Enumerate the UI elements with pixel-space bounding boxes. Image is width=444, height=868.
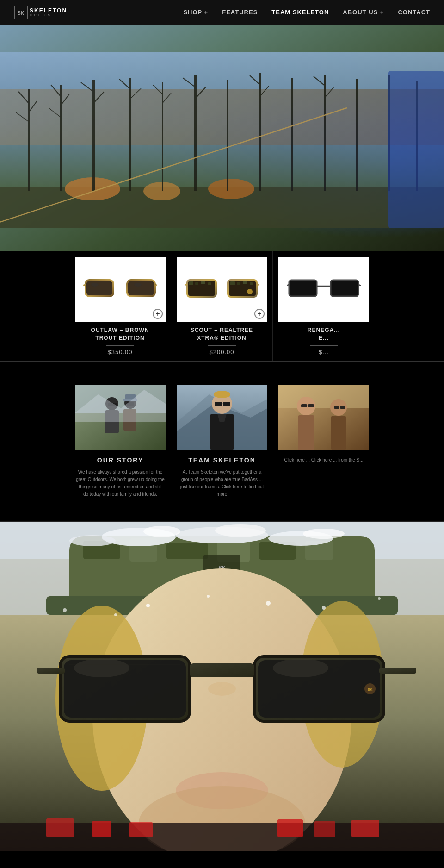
our-story-image	[75, 385, 166, 450]
svg-rect-140	[46, 818, 74, 837]
navbar: SK SKELETON OPTICS SHOP + FEATURES TEAM …	[0, 0, 444, 25]
svg-point-146	[146, 604, 150, 607]
svg-rect-100	[340, 406, 345, 409]
renegade-glasses-image	[287, 271, 361, 308]
hero-trees-svg	[0, 52, 444, 228]
svg-point-118	[143, 526, 180, 537]
svg-rect-99	[334, 406, 339, 409]
team-card-third: Click here ... Click here ... from the S…	[273, 381, 375, 503]
svg-point-119	[215, 524, 266, 537]
svg-point-147	[207, 595, 210, 598]
svg-point-120	[303, 529, 345, 539]
logo-area: SK SKELETON OPTICS	[14, 6, 67, 19]
svg-rect-98	[331, 416, 346, 450]
svg-point-49	[134, 283, 142, 287]
svg-rect-46	[86, 280, 113, 296]
third-text: Click here ... Click here ... from the S…	[278, 456, 370, 464]
svg-point-136	[208, 682, 236, 696]
product-divider-renegade	[310, 345, 338, 346]
outlaw-glasses-image	[83, 271, 157, 308]
product-price-outlaw: $350.00	[75, 349, 165, 356]
product-name-scout: SCOUT – REALTREE XTRA® EDITION	[177, 326, 267, 342]
svg-rect-93	[298, 415, 314, 450]
svg-rect-12	[60, 85, 62, 191]
svg-rect-57	[201, 281, 205, 284]
svg-rect-85	[215, 402, 222, 406]
svg-point-149	[114, 613, 117, 616]
product-add-outlaw[interactable]: +	[153, 309, 163, 319]
svg-rect-65	[331, 280, 358, 296]
nav-shop[interactable]: SHOP +	[183, 9, 208, 16]
svg-rect-25	[194, 75, 197, 191]
logo-icon: SK	[14, 6, 28, 19]
nav-features[interactable]: FEATURES	[222, 9, 258, 16]
svg-rect-56	[195, 282, 198, 285]
product-add-scout[interactable]: +	[254, 309, 265, 319]
product-name-outlaw: OUTLAW – BROWN TROUT EDITION	[75, 326, 165, 342]
logo-subtext: OPTICS	[30, 13, 67, 17]
product-card-renegade: RENEGA... E... $...	[273, 251, 375, 361]
svg-rect-29	[259, 73, 261, 191]
svg-point-148	[266, 601, 271, 606]
product-card-outlaw: + OUTLAW – BROWN TROUT EDITION $350.00	[69, 251, 171, 361]
product-price-scout: $200.00	[177, 349, 267, 356]
product-image-scout: +	[177, 257, 267, 322]
svg-rect-22	[162, 82, 163, 191]
svg-rect-58	[208, 282, 211, 285]
svg-rect-28	[227, 80, 228, 191]
svg-rect-133	[379, 668, 416, 674]
svg-rect-8	[28, 89, 30, 191]
team-card-team-skeleton: TEAM SKELETON At Team Skeleton we've put…	[171, 381, 273, 503]
logo-text: SKELETON	[30, 8, 67, 13]
svg-rect-107	[166, 543, 208, 559]
nav-team-skeleton[interactable]: TEAM SKELETON	[271, 9, 329, 16]
product-name-renegade: RENEGA... E...	[278, 326, 369, 342]
svg-point-117	[69, 535, 116, 546]
svg-rect-33	[324, 75, 326, 191]
nav-contact[interactable]: CONTACT	[398, 9, 430, 16]
our-story-text: We have always shared a passion for the …	[74, 468, 166, 498]
team-skeleton-image	[177, 385, 267, 450]
svg-point-63	[247, 289, 253, 294]
svg-rect-143	[278, 819, 303, 837]
team-image-team-skeleton[interactable]	[177, 385, 267, 450]
svg-rect-141	[92, 821, 111, 837]
svg-point-126	[74, 659, 130, 677]
product-card-scout: + SCOUT – REALTREE XTRA® EDITION $200.00	[171, 251, 273, 361]
svg-rect-55	[189, 281, 193, 285]
team-image-our-story[interactable]	[75, 385, 166, 450]
team-image-third[interactable]	[278, 385, 369, 450]
svg-point-152	[63, 608, 67, 612]
nav-menu: SHOP + FEATURES TEAM SKELETON ABOUT US +…	[183, 9, 430, 16]
svg-rect-36	[356, 79, 358, 191]
svg-rect-40	[388, 71, 444, 228]
product-divider-scout	[208, 345, 236, 346]
svg-rect-86	[223, 402, 230, 406]
svg-rect-144	[314, 821, 335, 837]
team-card-our-story: OUR STORY We have always shared a passio…	[69, 381, 171, 503]
svg-rect-91	[278, 385, 369, 408]
our-story-title: OUR STORY	[74, 456, 166, 464]
bottom-hero-section: SK	[0, 522, 444, 851]
bottom-hero-svg: SK	[0, 522, 444, 851]
nav-about[interactable]: ABOUT US +	[343, 9, 384, 16]
svg-rect-94	[301, 404, 307, 407]
svg-rect-131	[190, 663, 254, 677]
svg-rect-16	[92, 80, 95, 191]
svg-rect-61	[243, 281, 247, 284]
svg-point-150	[322, 606, 326, 610]
svg-rect-142	[130, 822, 153, 837]
svg-point-130	[273, 659, 328, 677]
svg-rect-95	[308, 404, 314, 407]
svg-rect-64	[289, 280, 317, 296]
svg-point-84	[214, 391, 230, 398]
svg-rect-47	[127, 280, 155, 296]
svg-rect-19	[130, 78, 131, 191]
svg-rect-62	[250, 282, 253, 285]
team-skeleton-title: TEAM SKELETON	[176, 456, 268, 464]
svg-point-151	[378, 597, 381, 600]
third-image	[278, 385, 369, 450]
product-image-renegade	[278, 257, 369, 322]
team-section: OUR STORY We have always shared a passio…	[0, 362, 444, 521]
svg-text:SK: SK	[18, 11, 25, 16]
